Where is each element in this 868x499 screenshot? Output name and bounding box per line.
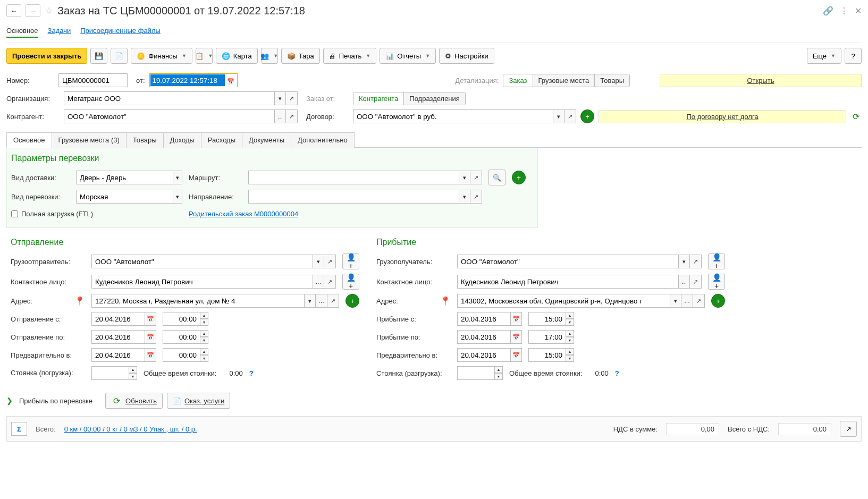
finance-button[interactable]: 🪙Финансы▼ <box>131 48 192 64</box>
direction-open[interactable]: ↗ <box>470 190 482 204</box>
refresh-button[interactable]: ⟳Обновить <box>105 393 163 409</box>
dep-address-open[interactable]: ↗ <box>327 294 339 308</box>
parent-order-link[interactable]: Родительский заказ М0000000004 <box>189 210 298 218</box>
main-tab-general[interactable]: Основное <box>6 24 38 38</box>
arr-to-time[interactable] <box>528 330 566 344</box>
arr-prelim-date[interactable] <box>457 348 510 362</box>
dep-prelim-time[interactable] <box>163 348 200 362</box>
dep-from-time[interactable] <box>163 312 200 326</box>
sub-tab-cargo[interactable]: Грузовые места (3) <box>52 132 127 148</box>
sub-tab-goods[interactable]: Товары <box>126 132 164 148</box>
spin-down[interactable]: ▼ <box>566 355 574 362</box>
spin-up[interactable]: ▲ <box>129 366 137 373</box>
contract-dropdown-button[interactable]: ▾ <box>553 109 564 123</box>
org-open-button[interactable]: ↗ <box>286 91 298 105</box>
arr-from-time[interactable] <box>528 312 566 326</box>
dep-to-date[interactable] <box>91 330 145 344</box>
save-button[interactable]: 💾 <box>90 48 107 64</box>
nav-forward-button[interactable]: → <box>26 4 40 17</box>
route-search-button[interactable]: 🔍 <box>488 170 505 185</box>
dep-parking-help[interactable]: ? <box>249 369 254 377</box>
arr-prelim-time[interactable] <box>528 348 566 362</box>
spin-up[interactable]: ▲ <box>566 312 574 319</box>
spin-down[interactable]: ▼ <box>494 373 503 380</box>
arr-parking-input[interactable] <box>457 366 494 380</box>
arr-to-date[interactable] <box>457 330 510 344</box>
route-open[interactable]: ↗ <box>470 171 482 184</box>
reports-button[interactable]: 📊Отчеты▼ <box>380 48 436 64</box>
spin-down[interactable]: ▼ <box>566 337 574 344</box>
receiver-dropdown[interactable]: ▾ <box>678 255 690 268</box>
dep-parking-input[interactable] <box>91 366 129 380</box>
map-button[interactable]: 🌐Карта <box>216 48 258 64</box>
dep-prelim-calendar[interactable]: 📅 <box>145 348 156 362</box>
arr-from-calendar[interactable]: 📅 <box>510 312 522 326</box>
transport-type-input[interactable] <box>76 190 173 204</box>
print-button[interactable]: 🖨Печать▼ <box>323 48 377 64</box>
total-summary-link[interactable]: 0 км / 00:00 / 0 кг / 0 м3 / 0 Упак., шт… <box>64 425 197 433</box>
receiver-input[interactable] <box>457 255 678 268</box>
refresh-debt-icon[interactable]: ⟳ <box>850 112 862 122</box>
document-action-button[interactable]: 📄 <box>111 48 128 64</box>
spin-up[interactable]: ▲ <box>494 366 503 373</box>
from-date-input[interactable] <box>150 74 225 86</box>
dep-address-input[interactable] <box>91 294 304 308</box>
spin-up[interactable]: ▲ <box>200 330 208 337</box>
sub-tab-docs[interactable]: Документы <box>242 132 291 148</box>
people-button[interactable]: 👥▼ <box>261 48 278 64</box>
more-button[interactable]: Еще▼ <box>807 48 841 64</box>
counter-select-button[interactable]: … <box>274 109 286 123</box>
route-input[interactable] <box>248 171 459 184</box>
transport-type-dropdown[interactable]: ▾ <box>173 190 182 204</box>
services-button[interactable]: 📄Оказ. услуги <box>167 393 230 409</box>
arr-parking-help[interactable]: ? <box>615 369 619 377</box>
delivery-type-dropdown[interactable]: ▾ <box>173 171 182 184</box>
arr-contact-open[interactable]: ↗ <box>690 275 702 289</box>
counter-open-button[interactable]: ↗ <box>286 109 298 123</box>
arr-contact-person-button[interactable]: 👤+ <box>708 274 725 290</box>
dep-contact-open[interactable]: ↗ <box>324 275 336 289</box>
detail-cargo-tab[interactable]: Грузовые места <box>533 74 595 87</box>
dep-from-calendar[interactable]: 📅 <box>145 312 156 326</box>
receiver-open[interactable]: ↗ <box>690 255 702 268</box>
sigma-button[interactable]: Σ <box>11 422 27 436</box>
arr-address-input[interactable] <box>457 294 670 308</box>
dep-to-calendar[interactable]: 📅 <box>145 330 156 344</box>
dep-contact-select[interactable]: … <box>313 275 324 289</box>
detail-goods-tab[interactable]: Товары <box>595 74 629 87</box>
no-debt-link[interactable]: По договору нет долга <box>599 110 846 123</box>
receiver-person-button[interactable]: 👤+ <box>708 253 725 269</box>
ftl-checkbox[interactable] <box>11 210 18 217</box>
spin-down[interactable]: ▼ <box>200 355 208 362</box>
dep-address-dropdown[interactable]: ▾ <box>304 294 316 308</box>
arr-address-select[interactable]: … <box>681 294 693 308</box>
arr-from-date[interactable] <box>457 312 510 326</box>
spin-up[interactable]: ▲ <box>566 348 574 355</box>
main-tab-files[interactable]: Присоединенные файлы <box>80 24 161 38</box>
expand-totals-button[interactable]: ↗ <box>840 421 857 437</box>
settings-button[interactable]: ⚙Настройки <box>439 48 494 64</box>
help-button[interactable]: ? <box>845 48 862 64</box>
direction-input[interactable] <box>248 190 459 204</box>
copy-button[interactable]: 📋▼ <box>196 48 213 64</box>
arr-contact-input[interactable] <box>457 275 678 289</box>
more-menu-icon[interactable]: ⋮ <box>840 6 848 16</box>
dep-contact-input[interactable] <box>91 275 313 289</box>
spin-down[interactable]: ▼ <box>129 373 137 380</box>
org-input[interactable] <box>64 91 274 105</box>
arr-address-open[interactable]: ↗ <box>693 294 705 308</box>
number-input[interactable] <box>58 73 128 87</box>
detail-order-tab[interactable]: Заказ <box>503 74 533 87</box>
sub-tab-extra[interactable]: Дополнительно <box>291 132 355 148</box>
submit-close-button[interactable]: Провести и закрыть <box>6 48 87 64</box>
close-icon[interactable]: ✕ <box>855 6 862 16</box>
org-dropdown-button[interactable]: ▾ <box>274 91 286 105</box>
add-dep-address-button[interactable]: + <box>345 294 359 308</box>
spin-down[interactable]: ▼ <box>200 319 208 326</box>
route-dropdown[interactable]: ▾ <box>459 171 470 184</box>
sub-tab-general[interactable]: Основное <box>6 132 52 148</box>
arr-contact-select[interactable]: … <box>678 275 690 289</box>
sub-tab-income[interactable]: Доходы <box>163 132 201 148</box>
order-from-counter-tab[interactable]: Контрагента <box>353 92 404 105</box>
order-from-dept-tab[interactable]: Подразделения <box>404 92 465 105</box>
